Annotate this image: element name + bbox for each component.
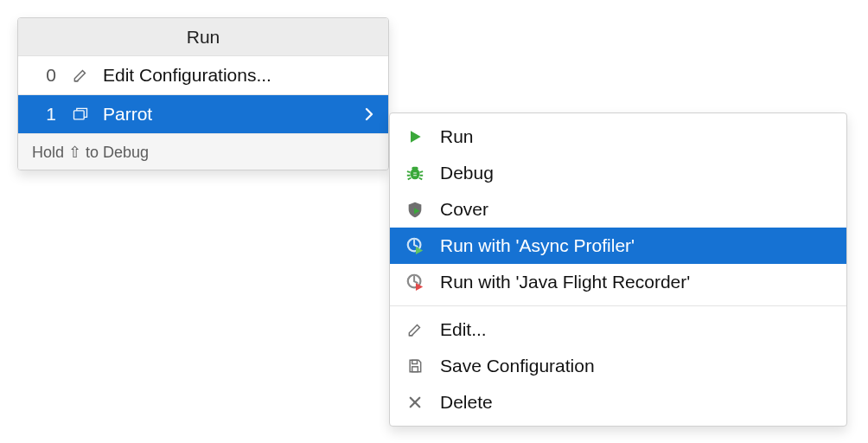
profiler-record-icon xyxy=(404,271,426,293)
svg-rect-3 xyxy=(412,167,418,170)
run-item-label: Parrot xyxy=(103,104,152,125)
chevron-right-icon xyxy=(361,106,378,123)
save-icon xyxy=(404,355,426,377)
svg-line-6 xyxy=(408,178,412,180)
run-item-accelerator: 0 xyxy=(29,65,56,86)
close-icon xyxy=(404,391,426,414)
submenu-item-jfr[interactable]: Run with 'Java Flight Recorder' xyxy=(390,264,846,300)
run-item-edit-configurations[interactable]: 0 Edit Configurations... xyxy=(18,56,388,94)
submenu-item-label: Run with 'Async Profiler' xyxy=(440,235,635,256)
run-item-label: Edit Configurations... xyxy=(103,65,271,86)
svg-marker-1 xyxy=(411,131,421,142)
submenu-item-label: Run with 'Java Flight Recorder' xyxy=(440,272,690,292)
play-icon xyxy=(404,125,426,148)
submenu-item-debug[interactable]: Debug xyxy=(390,155,846,191)
profiler-run-icon xyxy=(404,234,426,257)
svg-rect-0 xyxy=(74,111,85,119)
svg-line-9 xyxy=(419,178,423,180)
run-submenu: Run Debug Cover xyxy=(389,112,847,427)
separator xyxy=(390,305,846,306)
submenu-item-cover[interactable]: Cover xyxy=(390,191,846,228)
run-item-accelerator: 1 xyxy=(29,104,56,125)
submenu-item-run[interactable]: Run xyxy=(390,119,846,155)
submenu-item-label: Debug xyxy=(440,163,494,183)
shield-icon xyxy=(404,198,426,221)
submenu-item-edit[interactable]: Edit... xyxy=(390,311,846,348)
svg-point-2 xyxy=(411,169,420,180)
submenu-item-async-profiler[interactable]: Run with 'Async Profiler' xyxy=(390,228,846,264)
bug-icon xyxy=(404,162,426,184)
submenu-item-label: Edit... xyxy=(440,319,487,340)
svg-rect-18 xyxy=(412,367,418,372)
svg-rect-17 xyxy=(412,360,418,363)
application-icon xyxy=(70,104,91,125)
svg-line-7 xyxy=(420,171,424,172)
run-popup-title: Run xyxy=(18,18,388,56)
pencil-icon xyxy=(70,65,91,86)
svg-line-4 xyxy=(407,171,411,172)
run-popup: Run 0 Edit Configurations... 1 Parrot Ho… xyxy=(17,17,389,170)
submenu-item-delete[interactable]: Delete xyxy=(390,384,846,421)
submenu-item-save[interactable]: Save Configuration xyxy=(390,348,846,384)
submenu-item-label: Cover xyxy=(440,199,488,220)
submenu-item-label: Run xyxy=(440,126,474,147)
run-popup-footer: Hold ⇧ to Debug xyxy=(18,133,388,170)
pencil-icon xyxy=(404,318,426,341)
submenu-item-label: Save Configuration xyxy=(440,356,595,376)
submenu-item-label: Delete xyxy=(440,392,493,413)
run-item-parrot[interactable]: 1 Parrot xyxy=(18,95,388,133)
